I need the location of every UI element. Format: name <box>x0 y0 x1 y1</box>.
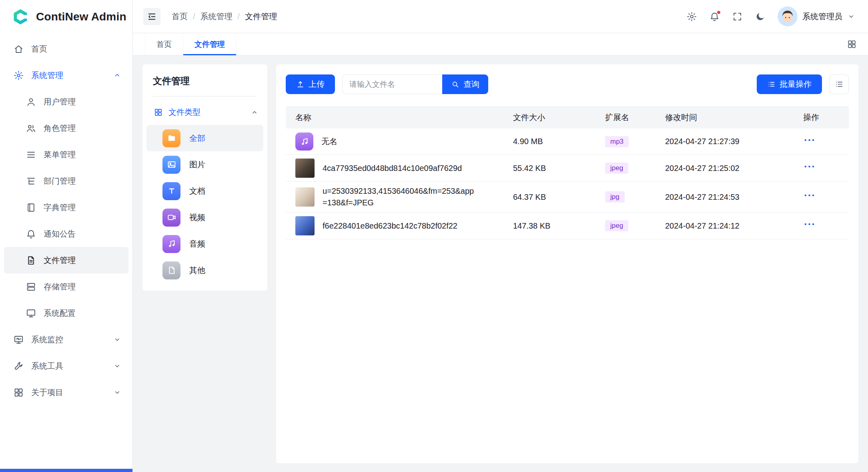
monitor-icon <box>26 308 36 319</box>
breadcrumb-system-management[interactable]: 系统管理 <box>200 11 233 22</box>
tab-file-management[interactable]: 文件管理 <box>183 33 237 55</box>
sidebar-subitem-department-management[interactable]: 部门管理 <box>4 168 128 194</box>
modified-time: 2024-04-27 21:25:02 <box>659 164 797 173</box>
avatar[interactable] <box>778 6 798 26</box>
file-type-audio[interactable]: 音频 <box>146 231 263 257</box>
sidebar-item-system-tools[interactable]: 系统工具 <box>4 353 128 379</box>
monitor-pulse-icon <box>13 334 24 345</box>
sidebar-subitem-dictionary-management[interactable]: 字典管理 <box>4 194 128 221</box>
file-name[interactable]: 4ca77935ed0d48bd814c10e09af7629d <box>323 163 462 174</box>
sidebar-subitem-menu-management[interactable]: 菜单管理 <box>4 141 128 168</box>
sidebar-subitem-storage-management[interactable]: 存储管理 <box>4 273 128 300</box>
extension-tag: jpeg <box>605 220 628 231</box>
file-size: 55.42 KB <box>507 164 599 173</box>
row-more-button[interactable]: ··· <box>803 219 816 233</box>
table-row[interactable]: 无名 4.90 MB mp3 2024-04-27 21:27:39 ··· <box>286 129 849 155</box>
fullscreen-icon <box>732 11 743 22</box>
file-name[interactable]: 无名 <box>321 136 337 147</box>
chevron-up-icon <box>113 71 121 79</box>
list-view-icon <box>834 80 844 89</box>
file-type-document[interactable]: 文档 <box>146 178 263 204</box>
file-type-all[interactable]: 全部 <box>146 125 263 151</box>
gear-icon <box>686 11 697 22</box>
sidebar-item-home[interactable]: 首页 <box>4 36 128 62</box>
breadcrumb-home[interactable]: 首页 <box>172 11 188 22</box>
video-icon <box>162 209 180 227</box>
table-row[interactable]: u=2530392133,4153646046&fm=253&app=138&f… <box>286 182 849 213</box>
tabs-grid-icon[interactable] <box>847 39 857 49</box>
file-thumbnail <box>295 187 315 207</box>
file-name[interactable]: f6e228401e8ed623bc142c78b2f02f22 <box>323 220 457 232</box>
file-name[interactable]: u=2530392133,4153646046&fm=253&app=138&f… <box>323 185 477 209</box>
search-button[interactable]: 查询 <box>442 74 488 94</box>
avatar-image <box>778 6 798 26</box>
folder-icon <box>162 129 180 147</box>
panel-title: 文件管理 <box>142 64 267 96</box>
music-file-icon <box>295 133 313 151</box>
fullscreen-button[interactable] <box>732 11 743 22</box>
file-type-other[interactable]: 其他 <box>146 257 263 283</box>
extension-tag: jpeg <box>605 163 628 174</box>
book-icon <box>26 202 36 213</box>
extension-tag: jpg <box>605 191 625 203</box>
logo[interactable]: ContiNew Admin <box>0 0 132 33</box>
sidebar-subitem-system-config[interactable]: 系统配置 <box>4 300 128 326</box>
main-column: 首页 / 系统管理 / 文件管理 <box>133 0 868 472</box>
file-size: 147.38 KB <box>507 221 599 231</box>
search-input[interactable] <box>342 74 442 94</box>
file-table: 名称 文件大小 扩展名 修改时间 操作 无名 4.90 MB <box>286 106 849 239</box>
tab-actions <box>847 33 857 55</box>
music-icon <box>162 235 180 253</box>
modified-time: 2024-04-27 21:27:39 <box>659 137 797 146</box>
sidebar-item-about-project[interactable]: 关于项目 <box>4 379 128 406</box>
chevron-up-icon <box>251 108 259 116</box>
table-row[interactable]: f6e228401e8ed623bc142c78b2f02f22 147.38 … <box>286 213 849 239</box>
row-more-button[interactable]: ··· <box>803 135 816 149</box>
sidebar-item-system-monitor[interactable]: 系统监控 <box>4 326 128 353</box>
sidebar-subitem-user-management[interactable]: 用户管理 <box>4 88 128 115</box>
list-view-toggle-button[interactable] <box>829 74 849 94</box>
moon-icon <box>755 11 766 22</box>
extension-tag: mp3 <box>605 136 629 147</box>
file-type-panel: 文件管理 文件类型 全部 图片 <box>142 64 267 291</box>
sidebar-subitem-file-management[interactable]: 文件管理 <box>4 247 128 273</box>
row-more-button[interactable]: ··· <box>803 190 816 204</box>
topbar: 首页 / 系统管理 / 文件管理 <box>133 0 868 33</box>
menu-lines-icon <box>26 149 36 160</box>
notification-dot <box>716 10 721 15</box>
sidebar-subitem-role-management[interactable]: 角色管理 <box>4 115 128 141</box>
file-size: 4.90 MB <box>507 137 599 146</box>
tab-home[interactable]: 首页 <box>145 33 183 55</box>
table-row[interactable]: 4ca77935ed0d48bd814c10e09af7629d 55.42 K… <box>286 155 849 182</box>
row-more-button[interactable]: ··· <box>803 161 816 175</box>
app-root: ContiNew Admin 首页 系统管理 用户管理 角色管理 <box>0 0 868 472</box>
upload-button[interactable]: 上传 <box>286 74 335 94</box>
document-icon <box>162 182 180 200</box>
modified-time: 2024-04-27 21:24:53 <box>659 193 797 202</box>
storage-icon <box>26 281 36 292</box>
sidebar-subitem-notice[interactable]: 通知公告 <box>4 221 128 247</box>
notification-button[interactable] <box>709 11 720 22</box>
file-type-image[interactable]: 图片 <box>146 151 263 178</box>
sidebar-item-system-management[interactable]: 系统管理 <box>4 62 128 88</box>
user-menu[interactable]: 系统管理员 <box>778 6 855 26</box>
app-title: ContiNew Admin <box>36 10 126 23</box>
file-name-cell: f6e228401e8ed623bc142c78b2f02f22 <box>286 213 507 239</box>
sidebar: ContiNew Admin 首页 系统管理 用户管理 角色管理 <box>0 0 133 472</box>
file-type-video[interactable]: 视频 <box>146 204 263 231</box>
batch-operation-button[interactable]: 批量操作 <box>757 74 822 94</box>
table-header-row: 名称 文件大小 扩展名 修改时间 操作 <box>286 106 849 129</box>
dark-mode-button[interactable] <box>755 11 766 22</box>
toolbar: 上传 查询 批量操作 <box>286 74 849 94</box>
file-type-group-header[interactable]: 文件类型 <box>142 96 267 125</box>
file-thumbnail <box>295 159 315 178</box>
chevron-down-icon <box>113 388 121 396</box>
search-group: 查询 <box>342 74 488 94</box>
file-name-cell: u=2530392133,4153646046&fm=253&app=138&f… <box>286 182 507 212</box>
wrench-icon <box>13 361 24 372</box>
settings-button[interactable] <box>686 11 697 22</box>
file-thumbnail <box>295 216 315 235</box>
sidebar-collapse-button[interactable] <box>143 8 160 25</box>
upload-icon <box>296 80 305 88</box>
user-name: 系统管理员 <box>802 11 842 22</box>
